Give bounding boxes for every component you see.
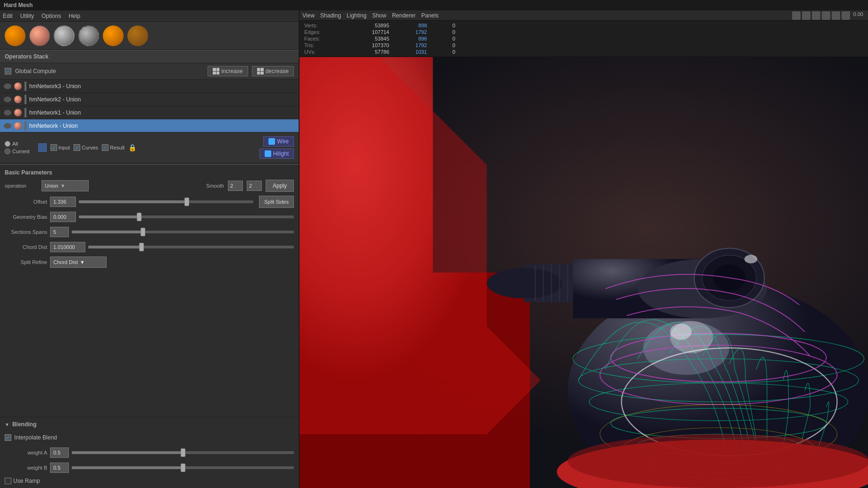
offset-slider-thumb[interactable] [184, 198, 189, 206]
params-title: Basic Parameters [5, 169, 294, 176]
sections-spans-label: Sections Spans [5, 229, 47, 235]
blending-header[interactable]: ▼ Blending [5, 421, 294, 428]
menu-options[interactable]: Options [42, 13, 61, 19]
split-refine-select[interactable]: Chord Dist ▼ [50, 256, 107, 268]
viewport-icon-6[interactable] [842, 11, 850, 20]
operator-item-0[interactable]: hmNetwork3 - Union [0, 80, 299, 93]
curves-checkbox[interactable]: ✓ [74, 144, 80, 151]
radio-current[interactable]: Current [5, 149, 30, 154]
viewport-scene [300, 57, 868, 488]
global-compute-checkbox[interactable]: ✓ [5, 68, 11, 74]
op-name-2: hmNetwork1 - Union [29, 109, 81, 116]
sections-spans-slider[interactable] [72, 231, 294, 233]
show-menu[interactable]: Show [372, 12, 386, 19]
uvs-v3: 0 [427, 49, 455, 55]
weight-b-input[interactable] [50, 463, 69, 473]
sections-spans-input[interactable] [50, 227, 69, 237]
viewport-icon-4[interactable] [822, 11, 830, 20]
geometry-bias-thumb[interactable] [137, 213, 142, 221]
filter-curves[interactable]: ✓ Curves [74, 144, 98, 151]
lighting-menu[interactable]: Lighting [347, 12, 367, 19]
menu-utility[interactable]: Utility [20, 13, 34, 19]
filter-input[interactable]: ✓ Input [50, 144, 70, 151]
interpolate-blend-checkbox[interactable]: ✓ [5, 434, 11, 441]
verts-v1: 53895 [342, 23, 389, 28]
3d-viewport[interactable] [300, 57, 868, 488]
smooth-label: Smooth [206, 183, 224, 189]
sphere-mode-2[interactable] [29, 25, 50, 46]
chord-dist-label: Chord Dist [5, 244, 47, 250]
renderer-menu[interactable]: Renderer [392, 12, 416, 19]
weight-a-slider[interactable] [72, 451, 294, 454]
radio-all[interactable]: All [5, 141, 30, 147]
increase-button[interactable]: increase [208, 66, 248, 76]
uvs-label: UVs: [304, 49, 342, 55]
op-bar-2 [25, 108, 26, 117]
geometry-bias-fill [79, 215, 139, 218]
stats-table: Verts: 53895 898 0 Edges: 107714 1792 0 … [304, 23, 863, 55]
op-name-1: hmNetwork2 - Union [29, 96, 81, 103]
filter-result[interactable]: ✓ Result [102, 144, 125, 151]
cube-icon [38, 143, 47, 152]
operation-select[interactable]: Union ▼ [42, 180, 89, 191]
viewport-icon-3[interactable] [812, 11, 820, 20]
input-checkbox[interactable]: ✓ [50, 144, 57, 151]
global-compute-bar: ✓ Global Compute increase decrease [0, 63, 299, 80]
operator-item-2[interactable]: hmNetwork1 - Union [0, 106, 299, 119]
smooth-input-1[interactable] [228, 181, 243, 191]
result-checkbox[interactable]: ✓ [102, 144, 108, 151]
offset-slider[interactable] [79, 200, 253, 203]
sphere-mode-3[interactable] [54, 25, 75, 46]
sphere-mode-1[interactable] [5, 25, 25, 46]
menu-help[interactable]: Help [68, 13, 80, 19]
svg-point-36 [670, 324, 692, 340]
shading-menu[interactable]: Shading [320, 12, 341, 19]
wire-button[interactable]: Wire [263, 136, 294, 147]
geometry-bias-input[interactable] [50, 212, 76, 222]
chord-dist-input[interactable] [50, 242, 85, 252]
sections-spans-thumb[interactable] [141, 228, 145, 236]
weight-b-thumb[interactable] [181, 463, 185, 472]
use-ramp-row: Use Ramp [5, 478, 294, 484]
chord-dist-slider[interactable] [88, 246, 294, 248]
uvs-v2: 1031 [389, 49, 427, 55]
geometry-bias-slider[interactable] [79, 215, 294, 218]
sphere-mode-4[interactable] [78, 25, 99, 46]
menu-edit[interactable]: Edit [3, 13, 13, 19]
operator-item-1[interactable]: hmNetwork2 - Union [0, 93, 299, 106]
viewport-icon-2[interactable] [802, 11, 810, 20]
split-refine-row: Split Refine Chord Dist ▼ [5, 256, 294, 268]
op-name-3: hmNetwork - Union [29, 123, 78, 129]
op-bar-3 [25, 121, 26, 131]
sections-spans-fill [72, 231, 143, 233]
weight-b-slider[interactable] [72, 466, 294, 469]
faces-v1: 53845 [342, 36, 389, 41]
view-menu[interactable]: View [302, 12, 315, 19]
panels-menu[interactable]: Panels [421, 12, 439, 19]
viewport-icon-5[interactable] [832, 11, 840, 20]
viewport-icon-1[interactable] [792, 11, 801, 20]
decrease-button[interactable]: decrease [252, 66, 294, 76]
sphere-mode-5[interactable] [103, 25, 124, 46]
weight-a-thumb[interactable] [181, 448, 185, 457]
chord-dist-thumb[interactable] [139, 243, 144, 251]
apply-button[interactable]: Apply [266, 180, 294, 192]
operators-stack-header: Operators Stack [0, 50, 299, 63]
split-sides-button[interactable]: Split Sides [259, 196, 294, 208]
hilight-button[interactable]: Hilight [259, 149, 294, 159]
collapse-icon: ▼ [5, 422, 9, 427]
viewport-toolbar: View Shading Lighting Show Renderer Pane… [300, 10, 868, 21]
weight-a-input[interactable] [50, 447, 69, 458]
op-name-0: hmNetwork3 - Union [29, 83, 81, 90]
eye-icon-3 [4, 123, 11, 129]
verts-v3: 0 [427, 23, 455, 28]
separator [0, 164, 299, 165]
chord-dist-row: Chord Dist [5, 241, 294, 253]
faces-label: Faces: [304, 36, 342, 41]
use-ramp-checkbox[interactable] [5, 478, 11, 484]
offset-slider-fill [79, 200, 187, 203]
smooth-input-2[interactable] [247, 181, 262, 191]
sphere-mode-6[interactable] [127, 25, 148, 46]
offset-input[interactable] [50, 197, 76, 207]
operator-item-3[interactable]: hmNetwork - Union [0, 119, 299, 132]
